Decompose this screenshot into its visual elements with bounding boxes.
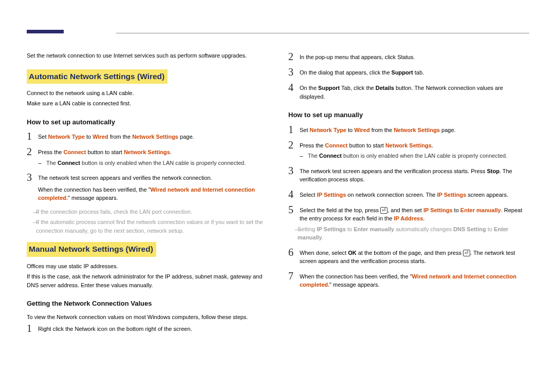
step-number: 3	[288, 67, 300, 77]
t: The network test screen appears and the …	[300, 168, 487, 174]
dash-icon: ―	[288, 225, 294, 242]
dash-icon: ―	[27, 208, 33, 216]
step-number: 4	[288, 82, 300, 92]
step-number: 4	[288, 189, 300, 199]
step-body: Press the Connect button to start Networ…	[300, 140, 529, 160]
t: Set	[38, 134, 48, 140]
step-number: 7	[288, 271, 300, 281]
t: to	[486, 226, 494, 232]
step-number: 6	[288, 247, 300, 257]
t: Network Settings	[385, 142, 432, 148]
t: If the automatic process cannot find the…	[36, 218, 268, 235]
t: OK	[348, 250, 357, 256]
step: 1 Set Network Type to Wired from the Net…	[288, 124, 529, 135]
step: 1 Right click the Network icon on the bo…	[27, 323, 268, 333]
t: The Connect button is only enabled when …	[46, 159, 246, 167]
t: When the connection has been verified, t…	[300, 273, 412, 279]
section-title-auto: Automatic Network Settings (Wired)	[27, 69, 168, 84]
t: at the bottom of the page, and then pres…	[357, 250, 463, 256]
step-body: When the connection has been verified, t…	[300, 271, 529, 289]
subheading-manual: How to set up manually	[288, 110, 529, 120]
t: Support	[392, 69, 413, 76]
t: Network Settings	[132, 134, 178, 140]
t: Network Settings	[394, 127, 440, 133]
t: button is only enabled when the LAN cabl…	[80, 160, 246, 166]
t: On the	[300, 85, 318, 91]
footnote: ― If the automatic process cannot find t…	[27, 218, 268, 235]
step-number: 5	[288, 204, 300, 215]
step: 4 Select IP Settings on network connecti…	[288, 189, 529, 199]
step-body: On the Support Tab, click the Details bu…	[300, 82, 529, 101]
t: on network connection screen. The	[346, 192, 437, 198]
step-number: 2	[288, 140, 300, 150]
step: 3 On the dialog that appears, click the …	[288, 67, 529, 77]
t: .	[170, 149, 172, 155]
t: screen appears.	[466, 192, 508, 198]
step-number: 3	[27, 172, 38, 182]
step-sub: When the connection has been verified, t…	[38, 185, 268, 202]
dash-note: ‒ The Connect button is only enabled whe…	[38, 159, 268, 167]
step-body: On the dialog that appears, click the Su…	[300, 67, 529, 77]
step-body: In the pop-up menu that appears, click S…	[300, 51, 529, 62]
t: Wired	[92, 134, 108, 140]
step: 2 Press the Connect button to start Netw…	[27, 146, 268, 167]
t: button to start	[348, 142, 385, 148]
t: .	[423, 215, 424, 221]
t: Network Type	[48, 134, 85, 140]
dash-icon: ‒	[300, 152, 305, 160]
step-number: 3	[288, 165, 300, 176]
t: Stop	[487, 168, 499, 174]
t: Select the field at the top, press	[300, 207, 380, 213]
t: button to start	[86, 149, 124, 155]
step-body: Press the Connect button to start Networ…	[38, 146, 268, 167]
step-body: Select IP Settings on network connection…	[300, 189, 529, 199]
t: Setting IP Settings to Enter manually au…	[298, 225, 529, 242]
t: The network test screen appears and veri…	[38, 175, 212, 181]
t: Connect	[64, 149, 86, 155]
t: Details	[376, 85, 394, 91]
step-body: Set Network Type to Wired from the Netwo…	[300, 124, 529, 135]
t: to	[85, 134, 92, 140]
step-body: The network test screen appears and veri…	[38, 172, 268, 202]
enter-icon: ⏎	[380, 207, 387, 214]
t: .	[322, 234, 324, 240]
step-number: 1	[27, 323, 38, 333]
t: Connect	[319, 153, 342, 159]
t: On the dialog that appears, click the	[300, 69, 392, 76]
t: from the	[370, 127, 394, 133]
para: To view the Network connection values on…	[27, 313, 268, 322]
t: Setting	[298, 226, 317, 232]
para: Make sure a LAN cable is connected first…	[27, 99, 268, 108]
right-column: 2 In the pop-up menu that appears, click…	[288, 51, 529, 339]
step-body: The network test screen appears and the …	[300, 165, 529, 184]
step-number: 2	[288, 51, 300, 62]
step: 2 Press the Connect button to start Netw…	[288, 140, 529, 160]
t: Network Settings	[124, 149, 170, 155]
t: automatically changes	[394, 226, 453, 232]
enter-icon: ⏎	[463, 250, 470, 256]
para: Offices may use static IP addresses.	[27, 262, 268, 271]
t: IP Address	[394, 215, 423, 221]
t: Tab, click the	[340, 85, 376, 91]
step: 1 Set Network Type to Wired from the Net…	[27, 131, 268, 141]
t: IP Settings	[437, 192, 466, 198]
step-body: Right click the Network icon on the bott…	[38, 323, 268, 333]
t: If the connection process fails, check t…	[36, 208, 192, 216]
footnote: ― Setting IP Settings to Enter manually …	[288, 225, 529, 242]
t: button is only enabled when the LAN cabl…	[342, 153, 507, 159]
step-number: 1	[288, 124, 300, 135]
t: Enter manually	[354, 226, 394, 232]
t: page.	[178, 134, 194, 140]
t: The	[46, 160, 58, 166]
header-marker	[27, 30, 64, 33]
t: IP Settings	[423, 207, 453, 213]
t: to	[453, 207, 460, 213]
t: When done, select	[300, 250, 348, 256]
t: IP Settings	[317, 192, 346, 198]
t: When the connection has been verified, t…	[38, 186, 151, 193]
step: 5 Select the field at the top, press ⏎, …	[288, 204, 529, 242]
t: The	[308, 153, 319, 159]
t: to	[346, 127, 354, 133]
t: Set	[300, 127, 310, 133]
t: Press the	[300, 142, 325, 148]
